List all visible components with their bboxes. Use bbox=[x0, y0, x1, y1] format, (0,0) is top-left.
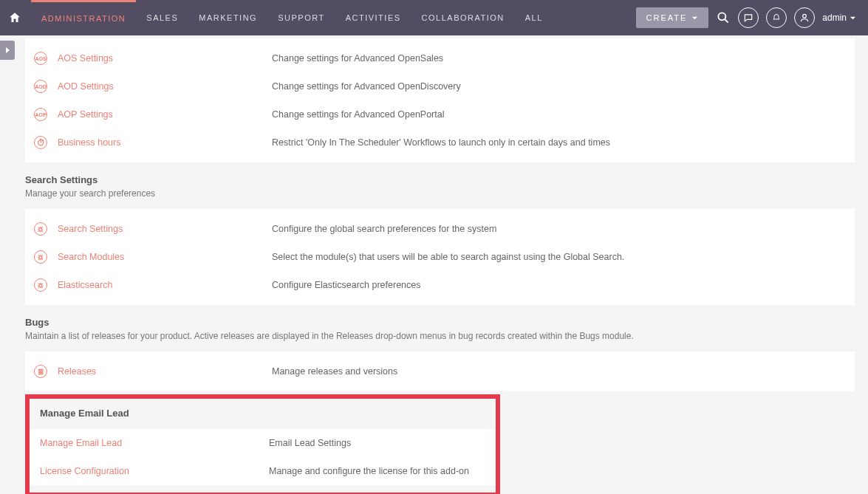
search-settings-link[interactable]: Search Settings bbox=[58, 224, 272, 234]
releases-link[interactable]: Releases bbox=[58, 366, 272, 377]
nav-administration[interactable]: ADMINISTRATION bbox=[31, 0, 136, 35]
notifications-icon[interactable] bbox=[766, 7, 787, 28]
releases-icon: ≣ bbox=[34, 365, 47, 378]
top-navbar: ADMINISTRATION SALES MARKETING SUPPORT A… bbox=[0, 0, 868, 35]
elasticsearch-row: ⛭ Elasticsearch Configure Elasticsearch … bbox=[25, 271, 855, 299]
license-config-row: License Configuration Manage and configu… bbox=[30, 457, 496, 485]
aos-settings-row: AOS AOS Settings Change settings for Adv… bbox=[25, 44, 855, 72]
bugs-section-header: Bugs Maintain a list of releases for you… bbox=[25, 305, 855, 351]
sidebar-toggle[interactable] bbox=[0, 41, 15, 60]
svg-point-2 bbox=[803, 14, 807, 18]
business-hours-desc: Restrict 'Only In The Scheduler' Workflo… bbox=[272, 137, 846, 148]
search-settings-desc: Configure the global search preferences … bbox=[272, 224, 846, 234]
user-name: admin bbox=[822, 13, 847, 23]
gear-icon: ⛭ bbox=[34, 250, 47, 264]
messages-icon[interactable] bbox=[738, 7, 759, 28]
nav-sales[interactable]: SALES bbox=[136, 0, 188, 35]
business-hours-row: ⏱ Business hours Restrict 'Only In The S… bbox=[25, 128, 855, 157]
aop-settings-link[interactable]: AOP Settings bbox=[58, 109, 272, 120]
user-avatar-icon[interactable] bbox=[794, 7, 815, 28]
search-modules-desc: Select the module(s) that users will be … bbox=[272, 252, 846, 262]
svg-line-1 bbox=[725, 20, 728, 23]
nav-menu: ADMINISTRATION SALES MARKETING SUPPORT A… bbox=[31, 0, 553, 35]
svg-point-0 bbox=[719, 13, 726, 20]
nav-right: CREATE admin bbox=[636, 7, 857, 28]
aod-desc: Change settings for Advanced OpenDiscove… bbox=[272, 81, 846, 92]
advanced-settings-panel: AOS AOS Settings Change settings for Adv… bbox=[25, 38, 855, 162]
manage-email-lead-row: Manage Email Lead Email Lead Settings bbox=[30, 429, 496, 457]
aos-desc: Change settings for Advanced OpenSales bbox=[272, 53, 846, 64]
elasticsearch-link[interactable]: Elasticsearch bbox=[58, 280, 272, 290]
clock-icon: ⏱ bbox=[34, 136, 47, 149]
manage-email-lead-link[interactable]: Manage Email Lead bbox=[40, 438, 269, 448]
releases-desc: Manage releases and versions bbox=[272, 366, 846, 377]
chevron-down-icon bbox=[850, 15, 856, 21]
search-section-header: Search Settings Manage your search prefe… bbox=[25, 162, 855, 209]
bugs-section-desc: Maintain a list of releases for your pro… bbox=[25, 331, 855, 341]
user-menu[interactable]: admin bbox=[822, 13, 856, 23]
search-section-desc: Manage your search preferences bbox=[25, 188, 855, 199]
search-modules-row: ⛭ Search Modules Select the module(s) th… bbox=[25, 243, 855, 271]
aop-settings-row: AOP AOP Settings Change settings for Adv… bbox=[25, 100, 855, 128]
search-icon[interactable] bbox=[716, 10, 731, 25]
license-config-desc: Manage and configure the license for thi… bbox=[269, 466, 485, 476]
email-lead-title: Manage Email Lead bbox=[30, 399, 496, 429]
chevron-down-icon bbox=[691, 15, 698, 21]
create-label: CREATE bbox=[646, 13, 688, 22]
nav-support[interactable]: SUPPORT bbox=[267, 0, 335, 35]
business-hours-link[interactable]: Business hours bbox=[58, 137, 272, 148]
content-area: AOS AOS Settings Change settings for Adv… bbox=[0, 38, 868, 494]
search-settings-panel: ⛭ Search Settings Configure the global s… bbox=[25, 209, 855, 305]
search-section-title: Search Settings bbox=[25, 174, 855, 185]
search-settings-row: ⛭ Search Settings Configure the global s… bbox=[25, 215, 855, 243]
aop-icon: AOP bbox=[34, 108, 47, 121]
nav-marketing[interactable]: MARKETING bbox=[188, 0, 267, 35]
home-icon[interactable] bbox=[4, 7, 25, 28]
aod-icon: AOD bbox=[34, 80, 47, 93]
gear-icon: ⛭ bbox=[34, 222, 47, 236]
license-config-link[interactable]: License Configuration bbox=[40, 466, 269, 476]
nav-all[interactable]: ALL bbox=[515, 0, 553, 35]
gear-icon: ⛭ bbox=[34, 278, 47, 292]
aop-desc: Change settings for Advanced OpenPortal bbox=[272, 109, 846, 120]
create-button[interactable]: CREATE bbox=[636, 7, 709, 28]
aod-settings-row: AOD AOD Settings Change settings for Adv… bbox=[25, 72, 855, 100]
bugs-panel: ≣ Releases Manage releases and versions bbox=[25, 351, 855, 391]
elasticsearch-desc: Configure Elasticsearch preferences bbox=[272, 280, 846, 290]
email-lead-highlight: Manage Email Lead Manage Email Lead Emai… bbox=[25, 394, 500, 494]
aos-settings-link[interactable]: AOS Settings bbox=[58, 53, 272, 64]
aod-settings-link[interactable]: AOD Settings bbox=[58, 81, 272, 92]
nav-activities[interactable]: ACTIVITIES bbox=[335, 0, 411, 35]
nav-collaboration[interactable]: COLLABORATION bbox=[411, 0, 515, 35]
bugs-section-title: Bugs bbox=[25, 317, 855, 328]
releases-row: ≣ Releases Manage releases and versions bbox=[25, 357, 855, 385]
manage-email-lead-desc: Email Lead Settings bbox=[269, 438, 485, 448]
search-modules-link[interactable]: Search Modules bbox=[58, 252, 272, 262]
aos-icon: AOS bbox=[34, 52, 47, 65]
